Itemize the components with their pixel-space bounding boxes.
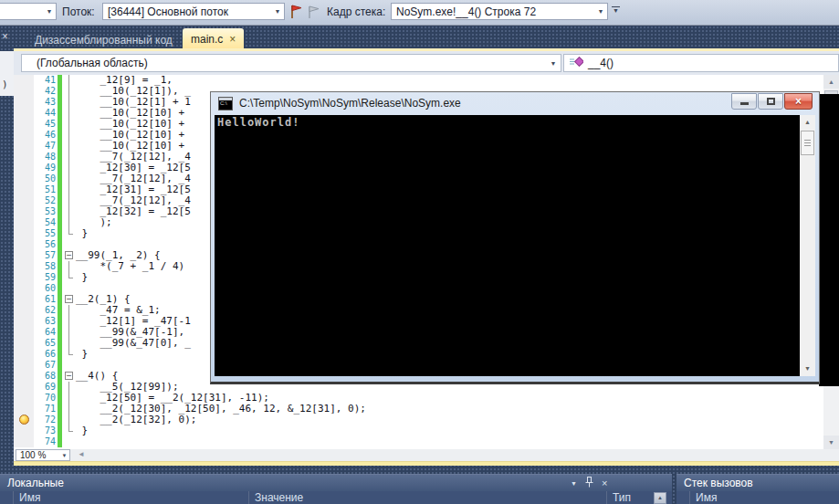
breakpoint-margin[interactable]: [14, 349, 34, 360]
breakpoint-margin[interactable]: [14, 294, 34, 305]
line-number: 52: [34, 195, 58, 206]
console-titlebar[interactable]: C:\Temp\NoSym\NoSym\Release\NoSym.exe: [211, 92, 819, 114]
console-vertical-scrollbar[interactable]: ▲ ▼: [800, 115, 815, 376]
console-output-area[interactable]: HelloWorld! ▲ ▼: [215, 115, 815, 376]
fold-indicator: [62, 404, 76, 415]
line-number: 51: [34, 184, 58, 195]
code-line[interactable]: 72 __2(_12[32], 0);: [14, 415, 839, 425]
fold-indicator: [62, 283, 76, 294]
process-combobox[interactable]: ▼: [0, 3, 57, 20]
stack-frame-value: NoSym.exe!__4() Строка 72: [392, 5, 594, 18]
method-icon: [570, 57, 583, 69]
fold-collapse-icon[interactable]: [62, 250, 76, 261]
console-window-shadow: [819, 94, 839, 386]
console-window-buttons: ×: [731, 93, 813, 110]
thread-combobox[interactable]: [36444] Основной поток ▼: [102, 3, 285, 20]
split-pane-close-icon[interactable]: ×: [2, 30, 8, 43]
breakpoint-margin[interactable]: [14, 360, 34, 371]
breakpoint-margin[interactable]: [14, 338, 34, 349]
fold-indicator: [62, 261, 76, 272]
member-value: __4(): [588, 57, 614, 69]
breakpoint-margin[interactable]: [14, 305, 34, 316]
breakpoint-margin[interactable]: [14, 206, 34, 217]
column-header-name[interactable]: Имя: [13, 491, 248, 504]
minimize-button[interactable]: [731, 93, 757, 110]
line-number: 66: [34, 349, 58, 360]
current-statement-marker-icon[interactable]: [19, 415, 29, 425]
breakpoint-margin[interactable]: [14, 382, 34, 393]
breakpoint-margin[interactable]: [14, 436, 34, 447]
line-number: 71: [34, 404, 58, 415]
scroll-up-icon[interactable]: ▲: [823, 75, 839, 89]
fold-indicator: [62, 327, 76, 338]
maximize-button[interactable]: [758, 93, 783, 110]
line-number: 46: [34, 130, 58, 141]
breakpoint-margin[interactable]: [14, 228, 34, 239]
breakpoint-margin[interactable]: [14, 119, 34, 130]
column-header-value[interactable]: Значение: [248, 491, 606, 504]
flag-thread-icon[interactable]: [288, 4, 305, 20]
scroll-up-icon[interactable]: ▲: [654, 492, 666, 504]
breakpoint-margin[interactable]: [14, 86, 34, 97]
fold-collapse-icon[interactable]: [62, 371, 76, 382]
breakpoint-margin[interactable]: [14, 173, 34, 184]
scrollbar-thumb[interactable]: [801, 131, 814, 155]
scroll-down-icon[interactable]: ▼: [800, 362, 815, 376]
code-line[interactable]: 73 }: [14, 425, 839, 436]
breakpoint-margin[interactable]: [14, 261, 34, 272]
console-window[interactable]: C:\Temp\NoSym\NoSym\Release\NoSym.exe × …: [210, 91, 820, 384]
scroll-up-icon[interactable]: ▲: [800, 115, 815, 130]
breakpoint-margin[interactable]: [14, 404, 34, 415]
breakpoint-margin[interactable]: [14, 108, 34, 119]
tab-disassembly[interactable]: Дизассемблированный код: [27, 30, 180, 50]
thread-label: Поток:: [62, 5, 95, 18]
breakpoint-margin[interactable]: [14, 316, 34, 327]
scroll-left-icon[interactable]: ◄: [78, 450, 85, 458]
stack-frame-combobox[interactable]: NoSym.exe!__4() Строка 72 ▼: [391, 3, 608, 20]
breakpoint-margin[interactable]: [14, 75, 34, 86]
breakpoint-margin[interactable]: [14, 163, 34, 173]
breakpoint-margin[interactable]: [14, 130, 34, 141]
breakpoint-margin[interactable]: [14, 239, 34, 250]
breakpoint-margin[interactable]: [14, 371, 34, 382]
fold-indicator: [62, 415, 76, 425]
scope-combobox[interactable]: (Глобальная область) ▼: [21, 54, 561, 72]
breakpoint-margin[interactable]: [14, 184, 34, 195]
line-number: 45: [34, 119, 58, 130]
breakpoint-margin[interactable]: [14, 393, 34, 404]
toolbar-overflow-button[interactable]: ▼: [610, 5, 622, 18]
line-number: 64: [34, 327, 58, 338]
tab-main-c[interactable]: main.c ×: [183, 28, 244, 50]
tab-close-icon[interactable]: ×: [229, 34, 236, 45]
console-output-text: HelloWorld!: [217, 116, 299, 129]
breakpoint-margin[interactable]: [14, 217, 34, 228]
breakpoint-margin[interactable]: [14, 152, 34, 163]
breakpoint-margin[interactable]: [14, 283, 34, 294]
line-number: 73: [34, 425, 58, 436]
fold-indicator: [62, 425, 76, 436]
close-button[interactable]: ×: [784, 93, 813, 110]
close-icon[interactable]: ×: [602, 478, 607, 488]
breakpoint-margin[interactable]: [14, 415, 34, 425]
breakpoint-margin[interactable]: [14, 97, 34, 108]
breakpoint-margin[interactable]: [14, 250, 34, 261]
breakpoint-margin[interactable]: [14, 195, 34, 206]
breakpoint-margin[interactable]: [14, 272, 34, 283]
zoom-combobox[interactable]: 100 % ▼: [16, 449, 70, 461]
fold-indicator: [62, 130, 76, 141]
code-line[interactable]: 74: [14, 436, 839, 447]
column-header-name[interactable]: Имя: [689, 491, 839, 504]
member-combobox[interactable]: __4(): [563, 54, 839, 72]
scroll-down-icon[interactable]: ▼: [823, 436, 839, 449]
fold-collapse-icon[interactable]: [62, 294, 76, 305]
breakpoint-margin[interactable]: [14, 425, 34, 436]
window-position-icon[interactable]: ▼: [571, 480, 577, 487]
flagged-threads-only-icon[interactable]: [306, 4, 322, 20]
line-number: 48: [34, 152, 58, 163]
line-number: 44: [34, 108, 58, 119]
breakpoint-margin[interactable]: [14, 327, 34, 338]
callstack-panel-titlebar[interactable]: Стек вызовов: [676, 474, 839, 491]
breakpoint-margin[interactable]: [14, 141, 34, 152]
pin-icon[interactable]: [585, 477, 593, 489]
debug-location-toolbar: ▼ Поток: [36444] Основной поток ▼ Кадр с…: [0, 0, 839, 26]
